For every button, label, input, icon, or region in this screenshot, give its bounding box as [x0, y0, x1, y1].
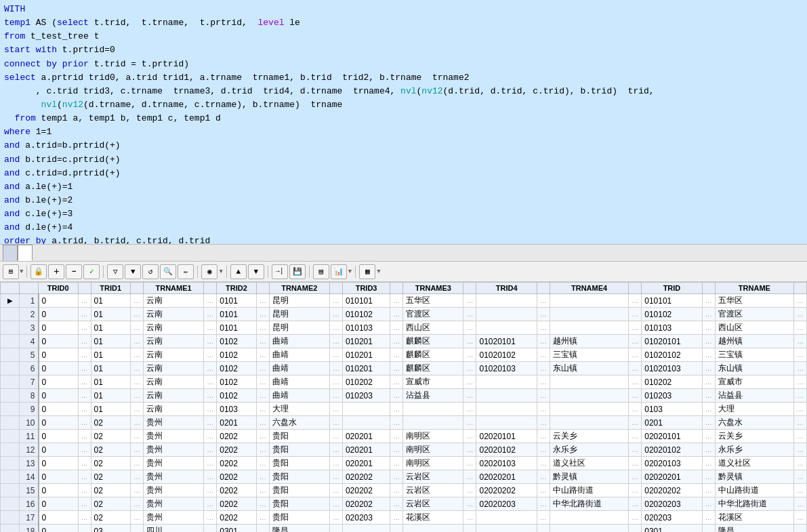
- cell[interactable]: …: [794, 525, 807, 533]
- cell[interactable]: …: [537, 308, 550, 321]
- cell[interactable]: …: [794, 484, 807, 497]
- cell[interactable]: [476, 308, 537, 321]
- cell[interactable]: 云南: [144, 403, 204, 416]
- cell[interactable]: 0: [39, 321, 79, 335]
- cell[interactable]: …: [256, 525, 269, 533]
- cell[interactable]: 0202: [217, 457, 257, 470]
- cell[interactable]: 01: [91, 335, 131, 348]
- cell[interactable]: …: [78, 430, 91, 443]
- cell[interactable]: 02020203: [476, 497, 537, 511]
- cell[interactable]: 曲靖: [269, 335, 329, 348]
- cell[interactable]: [476, 403, 537, 416]
- cell[interactable]: 010102: [642, 308, 703, 321]
- cell[interactable]: 永乐乡: [715, 443, 793, 457]
- search-btn[interactable]: 🔍: [160, 264, 176, 279]
- table-row[interactable]: 60…01…云南…0102…曲靖…010201…麒麟区…01020103…东山镇…: [1, 362, 807, 375]
- cell[interactable]: …: [629, 525, 642, 533]
- cell[interactable]: …: [256, 348, 269, 362]
- cell[interactable]: 云关乡: [715, 430, 793, 443]
- cell[interactable]: [403, 525, 463, 533]
- cell[interactable]: 0101: [217, 294, 257, 308]
- cell[interactable]: …: [463, 403, 476, 416]
- cell[interactable]: …: [629, 362, 642, 375]
- cell[interactable]: 010201: [342, 335, 390, 348]
- cell[interactable]: …: [537, 321, 550, 335]
- cell[interactable]: …: [78, 525, 91, 533]
- cell[interactable]: …: [702, 335, 715, 348]
- cell[interactable]: …: [463, 362, 476, 375]
- cell[interactable]: …: [702, 525, 715, 533]
- grid-view-btn[interactable]: ⊞: [3, 264, 19, 279]
- cell[interactable]: …: [702, 443, 715, 457]
- cell[interactable]: 0102: [217, 362, 257, 375]
- cell[interactable]: …: [537, 525, 550, 533]
- cell[interactable]: 云关乡: [550, 430, 628, 443]
- cell[interactable]: 贵州: [144, 470, 204, 484]
- cell[interactable]: [476, 294, 537, 308]
- cell[interactable]: …: [537, 389, 550, 403]
- cell[interactable]: 麒麟区: [403, 362, 463, 375]
- cell[interactable]: …: [463, 430, 476, 443]
- chart2-btn[interactable]: 📊: [331, 264, 347, 279]
- cell[interactable]: …: [78, 470, 91, 484]
- filter-btn[interactable]: ▽: [107, 264, 123, 279]
- table-row[interactable]: 20…01…云南…0101…昆明…010102…官渡区………010102…官渡区…: [1, 308, 807, 321]
- cell[interactable]: …: [256, 443, 269, 457]
- cell[interactable]: …: [537, 497, 550, 511]
- cell[interactable]: 云岩区: [403, 484, 463, 497]
- cell[interactable]: …: [329, 403, 342, 416]
- cell[interactable]: 0: [39, 389, 79, 403]
- cell[interactable]: …: [204, 511, 217, 525]
- cell[interactable]: 01020102: [642, 348, 703, 362]
- cell[interactable]: …: [329, 348, 342, 362]
- cell[interactable]: …: [131, 470, 144, 484]
- cell[interactable]: 贵州: [144, 497, 204, 511]
- cell[interactable]: 道义社区: [550, 457, 628, 470]
- cell[interactable]: …: [702, 375, 715, 389]
- cell[interactable]: …: [131, 511, 144, 525]
- cell[interactable]: …: [629, 389, 642, 403]
- cell[interactable]: …: [390, 497, 403, 511]
- cell[interactable]: 贵州: [144, 416, 204, 430]
- cell[interactable]: …: [256, 430, 269, 443]
- cell[interactable]: …: [78, 348, 91, 362]
- cell[interactable]: [550, 511, 628, 525]
- cell[interactable]: 010201: [342, 362, 390, 375]
- cell[interactable]: …: [329, 335, 342, 348]
- cell[interactable]: …: [794, 375, 807, 389]
- cell[interactable]: …: [702, 457, 715, 470]
- cell[interactable]: [550, 416, 628, 430]
- cell[interactable]: …: [463, 294, 476, 308]
- cell[interactable]: …: [629, 321, 642, 335]
- cell[interactable]: 020202: [342, 484, 390, 497]
- table-row[interactable]: ▶10…01…云南…0101…昆明…010101…五华区………010101…五华…: [1, 294, 807, 308]
- cell[interactable]: …: [537, 457, 550, 470]
- cell[interactable]: …: [463, 416, 476, 430]
- cell[interactable]: …: [131, 362, 144, 375]
- cell[interactable]: 02: [91, 484, 131, 497]
- shield-btn[interactable]: ◉: [201, 264, 218, 279]
- cell[interactable]: 南明区: [403, 430, 463, 443]
- cell[interactable]: 01020102: [476, 348, 537, 362]
- cell[interactable]: 02: [91, 430, 131, 443]
- cell[interactable]: …: [131, 430, 144, 443]
- cell[interactable]: …: [702, 294, 715, 308]
- cell[interactable]: 010101: [342, 294, 390, 308]
- cell[interactable]: …: [131, 443, 144, 457]
- cell[interactable]: 云南: [144, 308, 204, 321]
- cell[interactable]: …: [537, 443, 550, 457]
- cell[interactable]: …: [256, 403, 269, 416]
- cell[interactable]: …: [256, 389, 269, 403]
- cell[interactable]: [550, 321, 628, 335]
- cell[interactable]: …: [702, 416, 715, 430]
- export-btn[interactable]: →|: [272, 264, 288, 279]
- filter2-btn[interactable]: ▼: [125, 264, 141, 279]
- cell[interactable]: …: [256, 511, 269, 525]
- cell[interactable]: …: [794, 403, 807, 416]
- cell[interactable]: [550, 375, 628, 389]
- cell[interactable]: [550, 403, 628, 416]
- cell[interactable]: 越州镇: [715, 335, 793, 348]
- cell[interactable]: …: [537, 484, 550, 497]
- sql-editor[interactable]: WITH temp1 AS (select t.trid, t.trname, …: [0, 0, 807, 244]
- cell[interactable]: 中山路街道: [550, 484, 628, 497]
